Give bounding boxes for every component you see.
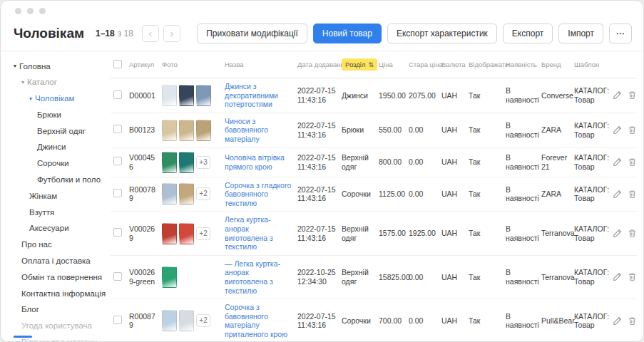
actions-cell (610, 299, 637, 341)
sort-icon[interactable]: ⇅ (368, 61, 374, 68)
column-header-date[interactable]: Дата додавання (295, 51, 339, 78)
product-photo[interactable] (196, 120, 211, 141)
product-photo[interactable] (179, 310, 194, 331)
actions-cell (610, 78, 637, 113)
row-checkbox[interactable] (113, 189, 122, 197)
column-header-old_price[interactable]: Стара ціна (406, 51, 439, 78)
more-photos-badge[interactable]: +3 (196, 156, 210, 169)
sidebar-item-contact-info[interactable]: Контактна інформація (12, 286, 108, 302)
sidebar-item-user-agreement[interactable]: Угода користувача (12, 318, 108, 335)
product-photo[interactable] (162, 152, 177, 173)
more-photos-badge[interactable]: +2 (196, 314, 210, 327)
import-button[interactable]: Імпорт (558, 24, 603, 43)
sidebar-item-women[interactable]: Жінкам (12, 188, 108, 204)
chevron-down-icon[interactable]: ▾ (29, 96, 32, 102)
sidebar-item-payment-delivery[interactable]: Оплата і доставка (12, 254, 108, 270)
sidebar-item-men[interactable]: ▾Чоловікам (12, 91, 108, 108)
new-product-button[interactable]: Новий товар (313, 24, 382, 43)
delete-icon[interactable] (628, 229, 637, 238)
product-name-link[interactable]: Сорочка з бавовняного матеріалу притален… (225, 303, 292, 338)
product-photo[interactable] (162, 266, 177, 288)
template-line: Товар (574, 130, 607, 140)
product-name-link[interactable]: Джинси з декоративними потертостями (225, 82, 292, 109)
product-photo[interactable] (179, 85, 194, 106)
row-checkbox[interactable] (113, 228, 122, 237)
sidebar-item-outerwear[interactable]: Верхній одяг (12, 123, 108, 140)
photos-cell: +2 (159, 177, 222, 212)
edit-icon[interactable] (613, 229, 622, 238)
section-cell: Верхній одяг (339, 147, 376, 177)
product-photo[interactable] (196, 85, 211, 106)
sidebar-item-blog[interactable]: Блог (12, 302, 108, 318)
row-checkbox[interactable] (113, 316, 122, 324)
chevron-right-icon: › (170, 28, 174, 38)
more-photos-badge[interactable]: +2 (196, 227, 210, 240)
edit-icon[interactable] (613, 90, 622, 100)
export-button[interactable]: Експорт (503, 24, 553, 43)
sidebar-item-shoes[interactable]: Взуття (12, 204, 108, 221)
export-characteristics-button[interactable]: Експорт характеристик (387, 24, 497, 43)
more-actions-button[interactable]: ⋯ (609, 24, 632, 43)
edit-icon[interactable] (613, 157, 622, 167)
product-photo[interactable] (179, 120, 194, 141)
sidebar-item-accessories[interactable]: Аксесуари (12, 221, 108, 237)
edit-icon[interactable] (613, 316, 622, 326)
edit-icon[interactable] (613, 272, 622, 281)
delete-icon[interactable] (628, 90, 637, 100)
sidebar-item-about[interactable]: Про нас (12, 237, 108, 254)
pagination-prev-button[interactable]: ‹ (142, 25, 159, 42)
chevron-down-icon[interactable]: ▾ (21, 80, 24, 86)
sidebar-item-pants[interactable]: Брюки (12, 107, 108, 123)
product-photo[interactable] (179, 223, 194, 244)
product-photo[interactable] (162, 85, 177, 106)
product-photo[interactable] (162, 120, 177, 141)
row-checkbox[interactable] (113, 272, 122, 281)
sidebar-item-catalog[interactable]: ▾Каталог (12, 75, 108, 91)
column-header-section[interactable]: Розділ⇅ (339, 51, 376, 78)
delete-icon[interactable] (628, 316, 637, 326)
column-header-name[interactable]: Назва (222, 51, 295, 78)
chevron-down-icon[interactable]: ▾ (14, 63, 16, 69)
product-photo[interactable] (162, 183, 177, 204)
column-header-display[interactable]: Відображати (466, 51, 503, 78)
row-checkbox[interactable] (113, 157, 122, 165)
column-header-template[interactable]: Шаблон (571, 51, 610, 78)
row-checkbox[interactable] (113, 90, 122, 99)
product-name-link[interactable]: Чоловіча вітрівка прямого крою (225, 153, 292, 171)
product-name-link[interactable]: — Легка куртка-анорак виготовлена з текс… (225, 259, 292, 295)
sidebar-item-tshirts-polo[interactable]: Футболки и поло (12, 172, 108, 189)
column-header-availability[interactable]: Наявність (503, 51, 538, 78)
column-header-price[interactable]: Ціна (376, 51, 406, 78)
product-photo[interactable] (162, 223, 177, 244)
edit-icon[interactable] (613, 125, 622, 135)
column-header-sku[interactable]: Артикул (126, 51, 159, 78)
window-control-dot[interactable] (39, 8, 46, 14)
more-photos-badge[interactable]: +2 (196, 187, 210, 200)
sidebar-item-shirts[interactable]: Сорочки (12, 156, 108, 172)
product-name-link[interactable]: Сорочка з гладкого бавовняного текстилю (225, 181, 292, 208)
table-header-row: АртикулФотоНазваДата додаванняРозділ⇅Цін… (111, 51, 637, 78)
sidebar-item-home[interactable]: ▾Головна (12, 58, 108, 75)
delete-icon[interactable] (628, 157, 637, 167)
column-header-photo[interactable]: Фото (159, 51, 222, 78)
column-header-brand[interactable]: Бренд (538, 51, 571, 78)
sidebar-item-exchange-return[interactable]: Обмін та повернення (12, 269, 108, 286)
edit-icon[interactable] (613, 190, 622, 199)
product-photo[interactable] (162, 310, 177, 331)
product-name-link[interactable]: Легка куртка-анорак виготовлена з тексти… (225, 215, 292, 251)
window-control-dot[interactable] (15, 8, 21, 14)
hide-modifications-button[interactable]: Приховати модифікації (197, 24, 307, 43)
column-header-currency[interactable]: Валюта (439, 51, 466, 78)
select-all-checkbox[interactable] (113, 60, 122, 68)
window-control-dot[interactable] (27, 8, 34, 14)
product-photo[interactable] (179, 183, 194, 204)
sidebar-item-jeans[interactable]: Джинси (12, 140, 108, 156)
product-photo[interactable] (179, 152, 194, 173)
sorted-column-chip[interactable]: Розділ⇅ (342, 58, 377, 71)
delete-icon[interactable] (628, 190, 637, 199)
delete-icon[interactable] (628, 125, 637, 135)
row-checkbox[interactable] (113, 125, 122, 133)
delete-icon[interactable] (628, 272, 637, 281)
product-name-link[interactable]: Чиноси з бавовняного матеріалу (225, 117, 292, 144)
pagination-next-button[interactable]: › (163, 25, 180, 42)
